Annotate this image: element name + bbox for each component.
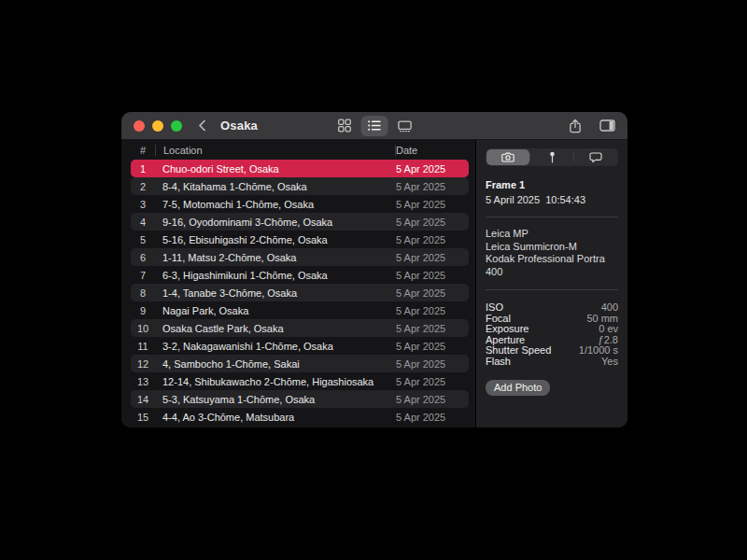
table-row[interactable]: 1 Chuo-odori Street, Osaka 5 Apr 2025 (131, 160, 469, 177)
row-location: 6-3, Higashimikuni 1-Chōme, Osaka (155, 270, 396, 281)
detail-row: Shutter Speed 1/1000 s (486, 345, 618, 357)
row-location: 5-3, Katsuyama 1-Chōme, Osaka (155, 394, 396, 405)
row-date: 5 Apr 2025 (396, 305, 469, 316)
back-button[interactable] (198, 119, 206, 132)
column-header-date[interactable]: Date (396, 145, 469, 156)
column-header-number[interactable]: # (131, 145, 155, 156)
sidebar-toggle-icon (599, 119, 615, 132)
row-number: 11 (131, 341, 155, 352)
equipment-line: Leica MP (486, 228, 618, 241)
row-date: 5 Apr 2025 (396, 376, 469, 387)
list-view-button[interactable] (361, 116, 388, 136)
row-number: 9 (131, 305, 155, 316)
pin-icon (549, 151, 556, 163)
zoom-window-button[interactable] (171, 120, 182, 132)
details-list: ISO 400 Focal 50 mm Exposure 0 ev Apertu… (486, 302, 618, 367)
detail-value: Yes (601, 357, 618, 368)
row-location: 4, Sambocho 1-Chōme, Sakai (155, 358, 396, 370)
table-row[interactable]: 8 1-4, Tanabe 3-Chōme, Osaka 5 Apr 2025 (131, 284, 469, 301)
window-title: Osaka (220, 119, 258, 133)
row-number: 5 (131, 234, 155, 245)
row-date: 5 Apr 2025 (396, 234, 469, 245)
inspector-panel: Frame 1 5 April 2025 10:54:43 Leica MP L… (476, 140, 627, 427)
row-date: 5 Apr 2025 (396, 217, 469, 228)
row-number: 10 (131, 323, 155, 334)
detail-row: Flash Yes (486, 357, 618, 368)
row-location: 1-4, Tanabe 3-Chōme, Osaka (155, 287, 396, 299)
titlebar: Osaka (121, 112, 627, 140)
grid-view-button[interactable] (331, 116, 359, 136)
chevron-left-icon (198, 119, 206, 132)
table-row[interactable]: 11 3-2, Nakagawanishi 1-Chōme, Osaka 5 A… (131, 337, 469, 355)
minimize-window-button[interactable] (152, 120, 163, 132)
inspector-tabs (486, 148, 618, 166)
row-location: 8-4, Kitahama 1-Chōme, Osaka (155, 181, 396, 192)
tab-location[interactable] (530, 149, 573, 165)
row-location: Nagai Park, Osaka (155, 305, 396, 316)
close-window-button[interactable] (134, 120, 145, 132)
table-body: 1 Chuo-odori Street, Osaka 5 Apr 2025 2 … (121, 160, 475, 427)
table-row[interactable]: 6 1-11, Matsu 2-Chōme, Osaka 5 Apr 2025 (131, 248, 469, 266)
table-header: # Location Date (121, 140, 475, 160)
table-row[interactable]: 15 4-4, Ao 3-Chōme, Matsubara 5 Apr 2025 (131, 408, 469, 426)
table-row[interactable]: 3 7-5, Motomachi 1-Chōme, Osaka 5 Apr 20… (131, 195, 469, 213)
frame-datetime: 5 April 2025 10:54:43 (486, 194, 618, 205)
row-location: 1-11, Matsu 2-Chōme, Osaka (155, 252, 396, 263)
add-photo-button[interactable]: Add Photo (486, 380, 550, 396)
view-switcher (331, 116, 418, 136)
detail-label: Flash (486, 357, 511, 368)
row-date: 5 Apr 2025 (396, 412, 469, 423)
frame-title: Frame 1 (486, 179, 618, 190)
divider (486, 289, 618, 290)
equipment-line: Kodak Professional Portra 400 (486, 253, 618, 278)
table-row[interactable]: 7 6-3, Higashimikuni 1-Chōme, Osaka 5 Ap… (131, 266, 469, 284)
row-location: 5-16, Ebisuhigashi 2-Chōme, Osaka (155, 234, 396, 245)
row-location: 7-5, Motomachi 1-Chōme, Osaka (155, 199, 396, 210)
table-row[interactable]: 4 9-16, Oyodominami 3-Chōme, Osaka 5 Apr… (131, 213, 469, 231)
detail-value: 1/1000 s (579, 345, 618, 357)
comment-icon (589, 152, 602, 163)
equipment-list: Leica MP Leica Summicron-M Kodak Profess… (486, 228, 618, 278)
row-number: 4 (131, 217, 155, 228)
row-number: 15 (131, 412, 155, 423)
detail-row: Exposure 0 ev (486, 324, 618, 335)
slideshow-icon (397, 119, 412, 133)
row-number: 14 (131, 394, 155, 405)
row-location: 4-4, Ao 3-Chōme, Matsubara (155, 412, 396, 423)
divider (486, 217, 618, 217)
row-number: 3 (131, 199, 155, 210)
grid-icon (338, 119, 352, 133)
row-location: 12-14, Shibukawacho 2-Chōme, Higashiosak… (155, 376, 396, 387)
row-location: 3-2, Nakagawanishi 1-Chōme, Osaka (155, 341, 396, 352)
row-location: Chuo-odori Street, Osaka (155, 163, 396, 175)
table-row[interactable]: 5 5-16, Ebisuhigashi 2-Chōme, Osaka 5 Ap… (131, 231, 469, 248)
table-row[interactable]: 14 5-3, Katsuyama 1-Chōme, Osaka 5 Apr 2… (131, 390, 469, 408)
row-date: 5 Apr 2025 (396, 163, 469, 175)
row-number: 6 (131, 252, 155, 263)
detail-label: Exposure (486, 324, 529, 335)
row-number: 7 (131, 270, 155, 281)
row-location: 9-16, Oyodominami 3-Chōme, Osaka (155, 217, 396, 228)
detail-value: 0 ev (599, 324, 618, 335)
row-date: 5 Apr 2025 (396, 287, 469, 299)
row-date: 5 Apr 2025 (396, 252, 469, 263)
column-header-location[interactable]: Location (156, 145, 395, 156)
table-row[interactable]: 10 Osaka Castle Park, Osaka 5 Apr 2025 (131, 319, 469, 337)
table-row[interactable]: 12 4, Sambocho 1-Chōme, Sakai 5 Apr 2025 (131, 355, 469, 372)
share-icon (569, 119, 582, 133)
row-date: 5 Apr 2025 (396, 358, 469, 370)
inspector-toggle-button[interactable] (599, 119, 615, 132)
titlebar-actions (569, 119, 615, 133)
tab-notes[interactable] (574, 149, 617, 165)
detail-label: ISO (486, 302, 503, 314)
share-button[interactable] (569, 119, 582, 133)
tab-camera[interactable] (486, 149, 529, 165)
row-date: 5 Apr 2025 (396, 341, 469, 352)
row-number: 13 (131, 376, 155, 387)
slideshow-view-button[interactable] (391, 116, 418, 136)
row-date: 5 Apr 2025 (396, 394, 469, 405)
table-row[interactable]: 9 Nagai Park, Osaka 5 Apr 2025 (131, 301, 469, 319)
table-row[interactable]: 2 8-4, Kitahama 1-Chōme, Osaka 5 Apr 202… (131, 177, 469, 195)
row-number: 2 (131, 181, 155, 192)
table-row[interactable]: 13 12-14, Shibukawacho 2-Chōme, Higashio… (131, 372, 469, 390)
